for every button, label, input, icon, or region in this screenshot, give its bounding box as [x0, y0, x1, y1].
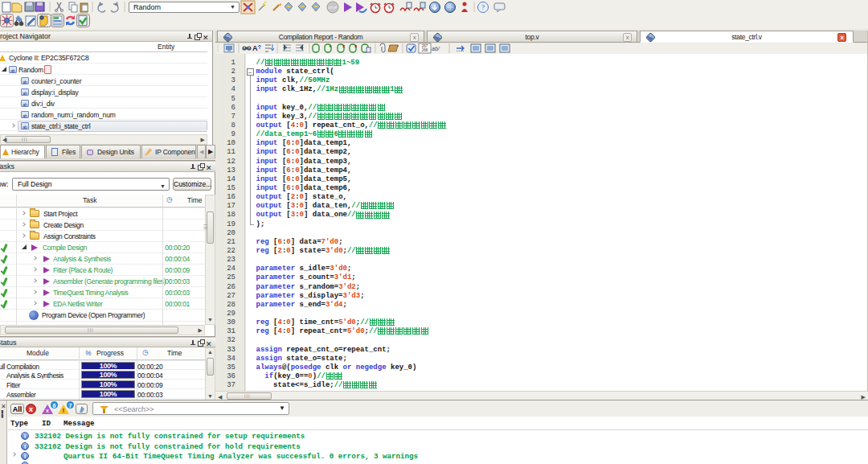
svg-text:268: 268: [422, 48, 428, 52]
svg-text:A: A: [252, 44, 258, 52]
svg-text:x: x: [354, 43, 358, 48]
svg-text:+: +: [329, 43, 332, 48]
svg-text:ab/: ab/: [432, 46, 440, 51]
svg-text:STOP: STOP: [329, 6, 338, 10]
svg-text:x: x: [342, 43, 346, 48]
svg-text:?: ?: [481, 3, 485, 11]
